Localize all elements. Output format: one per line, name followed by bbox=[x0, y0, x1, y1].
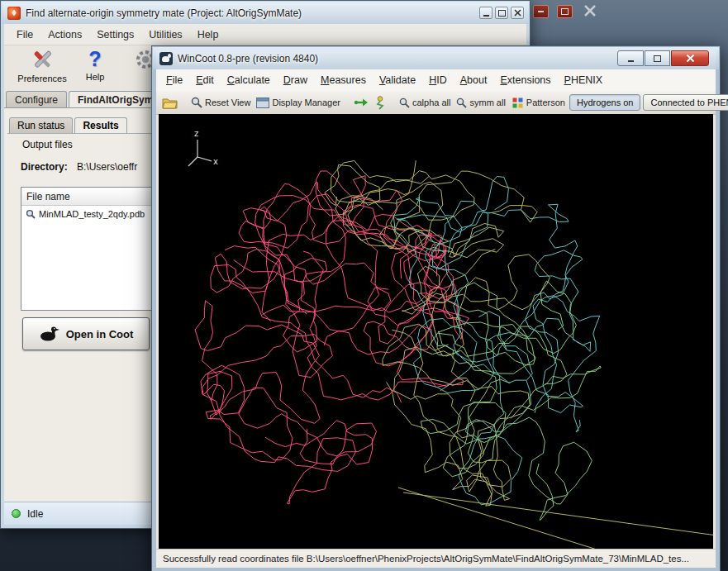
menu-file[interactable]: File bbox=[9, 29, 40, 40]
open-coordinates-button[interactable] bbox=[160, 95, 179, 111]
phenix-maximize-button[interactable] bbox=[495, 7, 508, 19]
reset-view-button[interactable]: Reset View bbox=[189, 95, 252, 110]
wincoot-close-button[interactable] bbox=[671, 50, 709, 66]
phenix-subtab-bar: Run status Results bbox=[9, 115, 129, 133]
menu-validate[interactable]: Validate bbox=[373, 74, 422, 86]
symm-all-label: symm all bbox=[469, 98, 505, 107]
connected-to-phenix-button[interactable]: Connected to PHENIX bbox=[643, 94, 728, 111]
menu-file[interactable]: File bbox=[159, 74, 189, 86]
directory-value: B:\Users\oeffr bbox=[77, 161, 137, 173]
patterson-button[interactable]: Patterson bbox=[510, 95, 567, 111]
status-ok-icon bbox=[12, 509, 21, 518]
open-in-coot-label: Open in Coot bbox=[66, 328, 134, 340]
wincoot-window-title: WinCoot 0.8-pre (revision 4840) bbox=[178, 53, 318, 64]
cell-edge-line bbox=[398, 488, 713, 549]
wincoot-minimize-button[interactable] bbox=[617, 50, 644, 66]
close-icon bbox=[686, 54, 695, 63]
olive-molecule-right-trace bbox=[402, 250, 550, 356]
display-manager-button[interactable]: Display Manager bbox=[255, 96, 342, 110]
close-icon bbox=[514, 9, 521, 17]
help-label: Help bbox=[86, 72, 105, 82]
menu-settings[interactable]: Settings bbox=[89, 29, 141, 40]
tab-run-status[interactable]: Run status bbox=[9, 117, 73, 133]
wincoot-app-icon bbox=[159, 52, 173, 65]
patterson-label: Patterson bbox=[526, 98, 565, 107]
wincoot-window: WinCoot 0.8-pre (revision 4840) File Edi… bbox=[151, 45, 721, 571]
phenix-close-button[interactable] bbox=[511, 7, 524, 19]
menu-calculate[interactable]: Calculate bbox=[221, 74, 277, 86]
tools-icon bbox=[30, 47, 55, 72]
pink-molecule-trace bbox=[201, 259, 373, 504]
menu-about[interactable]: About bbox=[454, 74, 494, 86]
patterson-icon bbox=[512, 97, 524, 109]
phenix-minimize-button[interactable] bbox=[479, 7, 492, 19]
magnifier-icon bbox=[191, 97, 202, 108]
help-icon: ? bbox=[88, 47, 101, 70]
molecule-traces bbox=[195, 160, 713, 549]
go-to-residue-button[interactable] bbox=[373, 94, 388, 112]
background-window-maximize-button[interactable] bbox=[557, 5, 573, 18]
go-to-atom-button[interactable] bbox=[352, 94, 370, 111]
magnifier-icon bbox=[399, 98, 410, 108]
pink-molecule-trace bbox=[211, 194, 402, 403]
maximize-icon bbox=[654, 55, 661, 62]
molecule-canvas[interactable]: z x bbox=[159, 114, 713, 549]
phenix-app-icon bbox=[7, 7, 21, 20]
preferences-label: Preferences bbox=[17, 74, 66, 83]
magnifier-icon bbox=[456, 98, 467, 108]
axis-z-label: z bbox=[194, 129, 198, 138]
background-window-minimize-button[interactable] bbox=[533, 5, 549, 18]
file-name: MinMLAD_testy_2qdy.pdb bbox=[39, 209, 145, 219]
menu-measures[interactable]: Measures bbox=[314, 74, 373, 86]
wincoot-statusbar: Successfully read coordinates file B:\Us… bbox=[156, 549, 716, 568]
maximize-icon bbox=[498, 10, 506, 17]
axes-gizmo: z x bbox=[188, 129, 218, 166]
reset-view-label: Reset View bbox=[205, 98, 250, 107]
wincoot-menubar: File Edit Calculate Draw Measures Valida… bbox=[156, 69, 716, 92]
help-button[interactable]: ? Help bbox=[74, 47, 117, 82]
axis-x-label: x bbox=[213, 157, 218, 166]
tab-configure[interactable]: Configure bbox=[6, 91, 67, 107]
minimize-icon bbox=[483, 15, 489, 17]
magnifier-icon bbox=[26, 209, 36, 219]
phenix-window-controls bbox=[479, 7, 524, 19]
minimize-icon bbox=[628, 60, 634, 62]
display-manager-label: Display Manager bbox=[272, 98, 340, 107]
maximize-icon bbox=[561, 8, 569, 15]
menu-extensions[interactable]: Extensions bbox=[493, 74, 557, 86]
menu-utilities[interactable]: Utilities bbox=[141, 29, 189, 40]
directory-label: Directory: bbox=[21, 161, 68, 173]
wincoot-window-controls bbox=[617, 50, 709, 66]
phenix-menubar: File Actions Settings Utilities Help bbox=[4, 24, 526, 45]
tab-results[interactable]: Results bbox=[74, 117, 126, 133]
background-window-close-icon[interactable] bbox=[583, 3, 597, 18]
molecule-viewport[interactable]: z x bbox=[159, 114, 713, 549]
pink-molecule-trace bbox=[243, 183, 463, 401]
menu-hid[interactable]: HID bbox=[422, 74, 454, 86]
menu-edit[interactable]: Edit bbox=[189, 74, 221, 86]
wincoot-titlebar[interactable]: WinCoot 0.8-pre (revision 4840) bbox=[153, 47, 719, 69]
preferences-button[interactable]: Preferences bbox=[7, 47, 77, 83]
menu-actions[interactable]: Actions bbox=[40, 29, 89, 40]
menu-help[interactable]: Help bbox=[190, 29, 226, 40]
minimize-icon bbox=[538, 11, 544, 12]
calpha-all-button[interactable]: calpha all bbox=[397, 96, 452, 110]
phenix-titlebar[interactable]: Find alternate-origin symmetry mate (Pro… bbox=[2, 2, 529, 24]
folder-open-icon bbox=[162, 97, 178, 109]
menu-draw[interactable]: Draw bbox=[277, 74, 314, 86]
symm-all-button[interactable]: symm all bbox=[454, 96, 507, 110]
menu-phenix[interactable]: PHENIX bbox=[558, 74, 610, 86]
desktop: Find alternate-origin symmetry mate (Pro… bbox=[0, 0, 728, 571]
output-files-label: Output files bbox=[22, 139, 73, 150]
phenix-status-text: Idle bbox=[27, 508, 43, 520]
open-in-coot-button[interactable]: Open in Coot bbox=[22, 317, 150, 350]
wincoot-status-text: Successfully read coordinates file B:\Us… bbox=[163, 554, 689, 564]
green-arrow-icon bbox=[354, 96, 369, 109]
phenix-window-title: Find alternate-origin symmetry mate (Pro… bbox=[26, 7, 302, 19]
cell-edge-line bbox=[403, 492, 713, 537]
wincoot-maximize-button[interactable] bbox=[645, 50, 670, 66]
hydrogens-on-toggle[interactable]: Hydrogens on bbox=[569, 94, 641, 111]
coot-bird-icon bbox=[39, 326, 60, 342]
residue-icon bbox=[374, 96, 386, 110]
display-manager-icon bbox=[256, 98, 269, 108]
